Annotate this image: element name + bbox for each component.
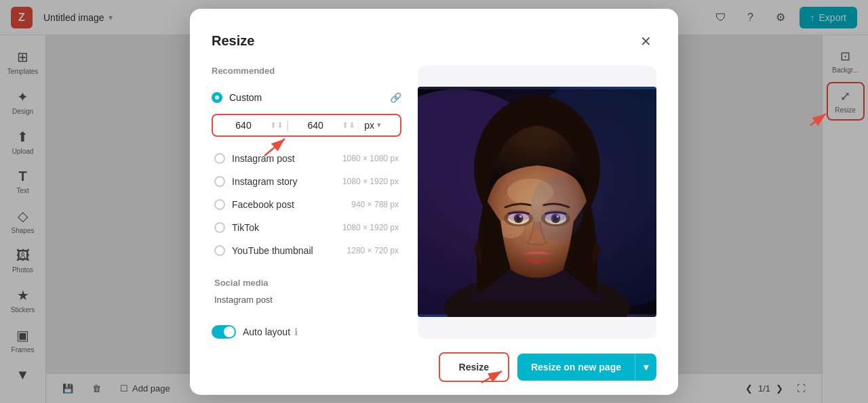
custom-option: Custom 🔗 <box>212 92 401 103</box>
custom-radio-selected <box>212 92 222 103</box>
modal-header: Resize ✕ <box>212 30 656 52</box>
resize-label: Resize <box>459 362 489 373</box>
resize-modal: Resize ✕ Recommended Cus <box>190 9 678 395</box>
resize-new-page-dropdown-icon[interactable]: ▾ <box>635 354 656 381</box>
modal-footer: Resize Resize on new page ▾ <box>212 352 656 382</box>
custom-radio-label[interactable]: Custom <box>212 92 262 103</box>
preset-name-facebook-post: Facebook post <box>232 199 294 210</box>
resize-new-page-label: Resize on new page <box>517 354 635 381</box>
dim-stepper-width[interactable]: ⬆⬇ <box>270 121 283 130</box>
preset-name-instagram-post: Instagram post <box>232 153 295 164</box>
preset-radio-youtube <box>214 245 225 256</box>
unit-label: px <box>364 120 374 131</box>
preset-name-tiktok: TikTok <box>232 222 259 233</box>
preset-dims-instagram-story: 1080 × 1920 px <box>342 177 399 186</box>
preset-item-instagram-post[interactable]: Instagram post 1080 × 1080 px <box>212 148 401 169</box>
preset-radio-instagram-post <box>214 153 225 164</box>
app-background: Z Untitled image ▾ 🛡 ? ⚙ ↑ Export ⊞ Temp… <box>0 0 868 403</box>
preset-list: Instagram post 1080 × 1080 px Instagram … <box>212 148 401 261</box>
auto-layout-info-icon[interactable]: ℹ <box>294 326 298 337</box>
portrait-svg <box>418 87 656 317</box>
social-media-section: Social media Instagram post <box>212 272 401 309</box>
preset-dims-youtube: 1280 × 720 px <box>347 246 399 255</box>
auto-layout-row: Auto layout ℹ <box>212 325 401 339</box>
close-icon: ✕ <box>640 33 652 49</box>
auto-layout-text: Auto layout <box>243 326 290 337</box>
auto-layout-label: Auto layout ℹ <box>243 326 298 337</box>
preview-image <box>418 87 656 317</box>
dimension-row: ⬆⬇ | ⬆⬇ px ▾ <box>212 114 401 137</box>
preset-name-instagram-story: Instagram story <box>232 176 297 187</box>
preset-dims-instagram-post: 1080 × 1080 px <box>342 154 399 163</box>
dimension-divider: | <box>286 119 289 131</box>
modal-close-button[interactable]: ✕ <box>635 30 656 52</box>
toggle-thumb <box>224 326 235 337</box>
height-input[interactable] <box>292 120 339 131</box>
custom-label: Custom <box>229 92 262 103</box>
preview-panel <box>418 66 656 339</box>
social-preset-instagram[interactable]: Instagram post <box>212 291 401 309</box>
preset-radio-tiktok <box>214 222 225 233</box>
preset-radio-instagram-story <box>214 176 225 187</box>
preset-item-youtube[interactable]: YouTube thumbnail 1280 × 720 px <box>212 240 401 261</box>
unit-select[interactable]: px ▾ <box>358 120 381 131</box>
auto-layout-toggle[interactable] <box>212 325 236 339</box>
left-panel: Recommended Custom 🔗 <box>212 66 401 339</box>
recommended-label: Recommended <box>212 66 401 76</box>
preset-name-youtube: YouTube thumbnail <box>232 245 313 256</box>
modal-overlay: Resize ✕ Recommended Cus <box>0 0 868 403</box>
radio-inner <box>215 96 219 100</box>
lock-icon[interactable]: 🔗 <box>390 92 401 103</box>
unit-chevron-icon: ▾ <box>377 121 381 129</box>
preset-radio-facebook-post <box>214 199 225 210</box>
social-media-label: Social media <box>212 272 401 291</box>
preset-dims-tiktok: 1080 × 1920 px <box>342 223 399 232</box>
dim-stepper-height[interactable]: ⬆⬇ <box>342 121 355 130</box>
width-input[interactable] <box>220 120 267 131</box>
preset-item-instagram-story[interactable]: Instagram story 1080 × 1920 px <box>212 171 401 192</box>
modal-title: Resize <box>212 33 254 49</box>
resize-new-page-button[interactable]: Resize on new page ▾ <box>517 354 656 381</box>
resize-button[interactable]: Resize <box>439 352 509 382</box>
modal-body: Recommended Custom 🔗 <box>212 66 656 339</box>
preset-item-tiktok[interactable]: TikTok 1080 × 1920 px <box>212 217 401 238</box>
preset-item-facebook-post[interactable]: Facebook post 940 × 788 px <box>212 194 401 215</box>
svg-rect-22 <box>418 89 656 314</box>
preset-dims-facebook-post: 940 × 788 px <box>351 200 399 209</box>
